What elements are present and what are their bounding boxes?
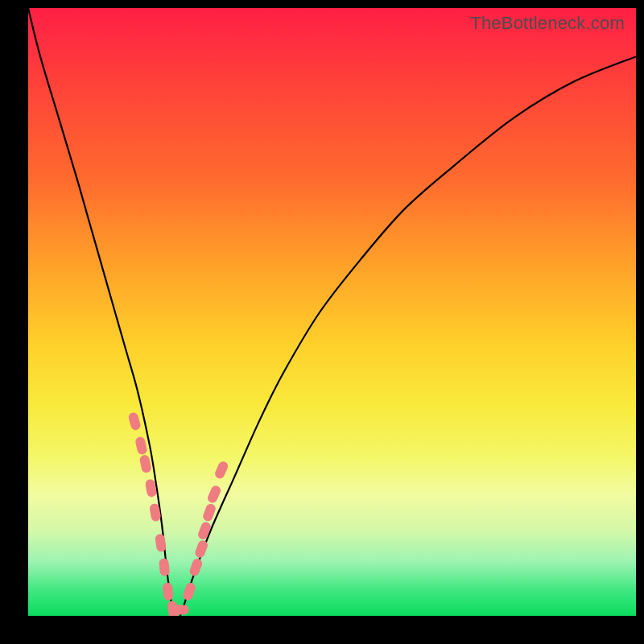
plot-area: TheBottleneck.com xyxy=(28,8,636,616)
highlight-marker xyxy=(155,534,167,552)
highlight-marker xyxy=(188,557,204,577)
highlight-marker xyxy=(127,411,142,431)
highlight-marker xyxy=(206,485,222,505)
watermark-text: TheBottleneck.com xyxy=(470,13,625,34)
highlight-marker xyxy=(138,454,151,473)
highlight-marker xyxy=(182,581,196,601)
highlight-marker xyxy=(213,460,229,480)
chart-frame: TheBottleneck.com xyxy=(0,0,644,644)
highlight-marker xyxy=(134,436,147,456)
highlight-marker xyxy=(171,605,189,614)
chart-svg xyxy=(28,8,636,616)
highlight-markers xyxy=(127,411,229,616)
highlight-marker xyxy=(162,582,173,601)
bottleneck-curve xyxy=(28,8,636,616)
bottleneck-curve-path xyxy=(28,8,636,616)
highlight-marker xyxy=(159,558,170,576)
